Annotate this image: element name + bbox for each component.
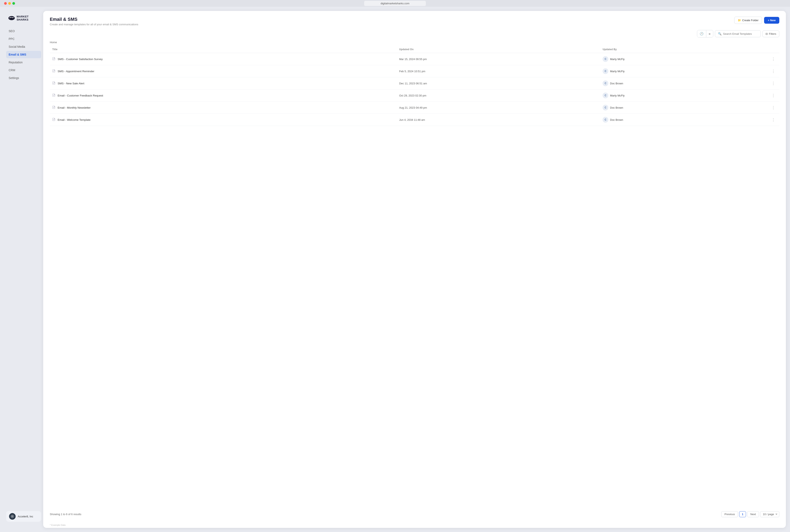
account-badge[interactable]: Acceler8, Inc	[6, 511, 41, 522]
sidebar-item-crm[interactable]: CRM	[6, 66, 41, 74]
updated-by-name: Marty McFly	[610, 70, 624, 73]
updated-by-name: Doc Brown	[610, 106, 623, 109]
app-container: MARKET SHARKS SEO PPC Social Media Email…	[0, 7, 790, 532]
filters-label: Filters	[769, 32, 776, 35]
row-title-cell: Email - Monthly Newsletter	[50, 102, 397, 114]
actions-cell: ⋮	[767, 65, 779, 77]
sidebar-item-email-sms[interactable]: Email & SMS	[6, 51, 41, 58]
row-title-cell: SMS - Customer Satisfaction Survey	[50, 53, 397, 65]
create-folder-label: Create Folder	[742, 19, 758, 22]
clock-icon: 🕐	[700, 32, 704, 36]
actions-cell: ⋮	[767, 102, 779, 114]
svg-point-1	[10, 18, 11, 18]
avatar: C	[602, 105, 608, 111]
logo: MARKET SHARKS	[4, 13, 43, 27]
template-icon	[52, 57, 56, 61]
title-bar: digitalmarketsharks.com	[0, 0, 790, 7]
toolbar: 🕐 ≡ 🔍 ⊟ Filters	[43, 30, 786, 41]
header-actions: 📁 Create Folder + New	[734, 17, 779, 24]
sidebar-item-settings[interactable]: Settings	[6, 74, 41, 82]
url-bar[interactable]: digitalmarketsharks.com	[364, 1, 426, 6]
minimize-traffic-light[interactable]	[8, 2, 11, 5]
more-options-button[interactable]: ⋮	[770, 56, 777, 62]
sidebar-item-reputation[interactable]: Reputation	[6, 59, 41, 66]
more-options-button[interactable]: ⋮	[770, 104, 777, 111]
traffic-lights	[4, 2, 15, 5]
updated-date-cell: Jun 4, 2034 11:48 am	[397, 114, 600, 126]
account-name: Acceler8, Inc	[18, 515, 33, 518]
page-subtitle: Create and manage templates for all of y…	[50, 23, 138, 26]
updated-date-cell: Aug 21, 2023 04:49 pm	[397, 102, 600, 114]
new-button[interactable]: + New	[764, 17, 779, 24]
template-icon	[52, 93, 56, 97]
templates-table: Title Updated On Updated By	[50, 46, 779, 126]
per-page-select[interactable]: 10 / page 20 / page 50 / page	[760, 511, 779, 517]
updated-by-cell: C Marty McFly	[600, 65, 767, 77]
filters-button[interactable]: ⊟ Filters	[763, 31, 779, 37]
template-icon	[52, 81, 56, 86]
table-row: SMS - Appointment Reminder Feb 5, 2024 1…	[50, 65, 779, 77]
page-title: Email & SMS	[50, 17, 138, 22]
updated-date-cell: Feb 5, 2024 10:51 pm	[397, 65, 600, 77]
breadcrumb: Home	[43, 41, 786, 46]
search-bar[interactable]: 🔍	[715, 30, 761, 37]
updated-date-cell: Dec 11, 2023 06:51 am	[397, 77, 600, 90]
more-options-button[interactable]: ⋮	[770, 80, 777, 87]
page-title-section: Email & SMS Create and manage templates …	[50, 17, 138, 26]
table-wrapper: Title Updated On Updated By	[43, 46, 786, 508]
updated-by-cell: C Doc Brown	[600, 114, 767, 126]
table-header-row: Title Updated On Updated By	[50, 46, 779, 53]
logo-icon	[8, 15, 15, 21]
col-actions	[767, 46, 779, 53]
updated-date-cell: Mar 15, 2024 09:55 pm	[397, 53, 600, 65]
account-icon	[9, 513, 16, 520]
table-row: Email - Customer Feedback Request Oct 29…	[50, 90, 779, 102]
next-button[interactable]: Next	[747, 511, 759, 517]
close-traffic-light[interactable]	[4, 2, 7, 5]
svg-point-2	[12, 516, 13, 517]
folder-icon: 📁	[738, 19, 741, 22]
template-icon	[52, 69, 56, 73]
more-options-button[interactable]: ⋮	[770, 68, 777, 74]
pagination-controls: Previous 1 Next 10 / page 20 / page 50 /…	[721, 511, 779, 517]
sidebar-item-ppc[interactable]: PPC	[6, 35, 41, 43]
actions-cell: ⋮	[767, 90, 779, 102]
create-folder-button[interactable]: 📁 Create Folder	[734, 17, 762, 24]
updated-by-name: Marty McFly	[610, 58, 624, 61]
pagination-bar: Showing 1 to 6 of 6 results Previous 1 N…	[43, 508, 786, 522]
more-options-button[interactable]: ⋮	[770, 117, 777, 123]
maximize-traffic-light[interactable]	[12, 2, 15, 5]
actions-cell: ⋮	[767, 77, 779, 90]
table-row: Email - Welcome Template Jun 4, 2034 11:…	[50, 114, 779, 126]
updated-by-name: Marty McFly	[610, 94, 624, 97]
col-updated-on: Updated On	[397, 46, 600, 53]
row-title-cell: SMS - New Sale Alert	[50, 77, 397, 90]
more-options-button[interactable]: ⋮	[770, 92, 777, 98]
sidebar-item-social-media[interactable]: Social Media	[6, 43, 41, 51]
filter-icon: ⊟	[766, 32, 768, 35]
search-input[interactable]	[723, 32, 758, 35]
clock-view-button[interactable]: 🕐	[697, 30, 706, 37]
avatar: C	[602, 80, 608, 86]
new-label: + New	[768, 19, 776, 22]
sidebar-item-seo[interactable]: SEO	[6, 27, 41, 35]
updated-by-cell: C Marty McFly	[600, 90, 767, 102]
page-header: Email & SMS Create and manage templates …	[43, 11, 786, 30]
updated-by-cell: C Doc Brown	[600, 102, 767, 114]
actions-cell: ⋮	[767, 114, 779, 126]
actions-cell: ⋮	[767, 53, 779, 65]
template-icon	[52, 118, 56, 122]
results-text: Showing 1 to 6 of 6 results	[50, 513, 81, 516]
row-title-cell: Email - Customer Feedback Request	[50, 90, 397, 102]
updated-by-name: Doc Brown	[610, 118, 623, 121]
avatar: C	[602, 56, 608, 62]
row-title-cell: Email - Welcome Template	[50, 114, 397, 126]
list-view-button[interactable]: ≡	[706, 30, 713, 37]
page-number-1[interactable]: 1	[739, 511, 746, 517]
template-name: Email - Monthly Newsletter	[58, 106, 91, 109]
template-name: Email - Welcome Template	[58, 118, 91, 121]
sidebar-footer: Acceler8, Inc	[4, 507, 43, 526]
breadcrumb-home[interactable]: Home	[50, 41, 57, 44]
previous-button[interactable]: Previous	[721, 511, 738, 517]
col-title: Title	[50, 46, 397, 53]
